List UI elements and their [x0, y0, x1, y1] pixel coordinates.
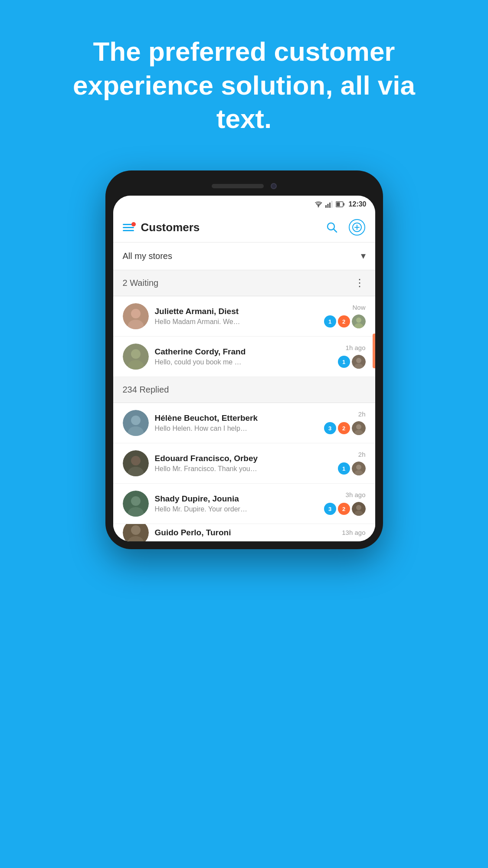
- svg-rect-1: [325, 205, 327, 208]
- conversation-time: 2h: [358, 451, 366, 458]
- svg-rect-3: [329, 203, 331, 208]
- conversation-meta: 3h ago 3 2: [324, 491, 366, 516]
- avatar: [123, 410, 149, 436]
- conversation-name: Edouard Francisco, Orbey: [155, 454, 334, 463]
- svg-point-35: [356, 465, 361, 470]
- replied-title: 234 Replied: [123, 385, 366, 395]
- agent-avatar: [352, 355, 366, 369]
- phone-wrapper: 12:30 Customers: [0, 162, 488, 549]
- unread-badge-orange: 2: [338, 422, 350, 434]
- conversation-meta: 2h 1: [338, 451, 366, 475]
- unread-badge-blue: 1: [338, 462, 350, 475]
- menu-line-2: [123, 227, 134, 228]
- conversation-content: Hélène Beuchot, Etterberk Hello Helen. H…: [155, 413, 320, 432]
- phone-screen: 12:30 Customers: [113, 196, 375, 541]
- conversation-content: Juliette Armani, Diest Hello Madam Arman…: [155, 307, 320, 326]
- conversation-content: Guido Perlo, Turoni: [155, 528, 338, 537]
- speaker-grill: [212, 184, 264, 188]
- conversation-item[interactable]: Hélène Beuchot, Etterberk Hello Helen. H…: [113, 403, 375, 443]
- conversation-time: 2h: [358, 410, 366, 418]
- conversation-preview: Hello Madam Armani. We…: [155, 318, 320, 326]
- menu-button[interactable]: [123, 224, 134, 231]
- avatar: [123, 524, 149, 541]
- svg-point-0: [318, 206, 319, 207]
- svg-point-20: [131, 349, 141, 359]
- menu-line-3: [123, 230, 134, 231]
- agent-avatar: [352, 314, 366, 328]
- agent-avatar: [352, 462, 366, 475]
- store-filter[interactable]: All my stores ▾: [113, 242, 375, 270]
- waiting-section-header: 2 Waiting ⋮: [113, 270, 375, 296]
- waiting-title: 2 Waiting: [123, 278, 354, 288]
- conversation-item[interactable]: Guido Perlo, Turoni 13h ago: [113, 524, 375, 541]
- conversation-preview: Hello Mr. Francisco. Thank you…: [155, 465, 334, 473]
- avatar: [123, 450, 149, 476]
- svg-point-17: [356, 318, 361, 323]
- svg-point-44: [131, 525, 141, 535]
- svg-rect-4: [331, 201, 332, 208]
- conversation-name: Hélène Beuchot, Etterberk: [155, 413, 320, 423]
- waiting-conversations: Juliette Armani, Diest Hello Madam Arman…: [113, 296, 375, 377]
- filter-label: All my stores: [123, 251, 361, 261]
- app-header: Customers: [113, 213, 375, 242]
- hero-text: The preferred customer experience soluti…: [0, 0, 488, 162]
- conversation-item[interactable]: Edouard Francisco, Orbey Hello Mr. Franc…: [113, 443, 375, 484]
- conversation-time: 1h ago: [346, 344, 366, 351]
- svg-rect-2: [327, 204, 328, 208]
- phone-device: 12:30 Customers: [105, 170, 383, 549]
- app-title: Customers: [141, 221, 323, 234]
- unread-badge-blue: 1: [338, 356, 350, 368]
- replied-conversations: Hélène Beuchot, Etterberk Hello Helen. H…: [113, 403, 375, 541]
- compose-icon: [349, 219, 365, 236]
- conversation-content: Shady Dupire, Jounia Hello Mr. Dupire. Y…: [155, 494, 320, 513]
- svg-rect-7: [336, 202, 340, 206]
- search-icon: [326, 221, 338, 233]
- svg-point-23: [356, 358, 361, 363]
- battery-icon: [336, 201, 344, 207]
- conversation-badges: 1 2: [324, 314, 366, 328]
- conversation-item[interactable]: Juliette Armani, Diest Hello Madam Arman…: [113, 296, 375, 337]
- status-time: 12:30: [349, 200, 367, 208]
- unread-badge-orange: 2: [338, 315, 350, 328]
- svg-point-32: [131, 456, 141, 465]
- conversation-badges: 3 2: [324, 502, 366, 516]
- conversation-name: Guido Perlo, Turoni: [155, 528, 338, 537]
- replied-section-header: 234 Replied: [113, 377, 375, 403]
- conversation-item[interactable]: Shady Dupire, Jounia Hello Mr. Dupire. Y…: [113, 484, 375, 524]
- svg-rect-6: [343, 203, 344, 206]
- unread-badge-blue: 3: [324, 422, 336, 434]
- conversation-meta: Now 1 2: [324, 304, 366, 328]
- svg-point-29: [356, 424, 361, 429]
- status-icons: 12:30: [314, 200, 367, 208]
- conversation-preview: Hello, could you book me …: [155, 358, 334, 366]
- svg-point-41: [356, 505, 361, 510]
- svg-point-38: [131, 496, 141, 506]
- signal-icon: [325, 201, 333, 208]
- svg-point-26: [131, 416, 141, 425]
- conversation-content: Edouard Francisco, Orbey Hello Mr. Franc…: [155, 454, 334, 473]
- conversation-time: 13h ago: [342, 529, 365, 536]
- menu-notification-dot: [131, 222, 136, 226]
- conversation-name: Shady Dupire, Jounia: [155, 494, 320, 504]
- conversation-time: 3h ago: [346, 491, 366, 498]
- conversation-preview: Hello Helen. How can I help…: [155, 425, 320, 432]
- avatar: [123, 344, 149, 370]
- conversation-badges: 1: [338, 355, 366, 369]
- conversation-time: Now: [352, 304, 365, 311]
- conversation-badges: 3 2: [324, 421, 366, 435]
- agent-avatar: [352, 421, 366, 435]
- svg-point-14: [131, 309, 141, 318]
- phone-notch: [113, 178, 375, 194]
- waiting-more-button[interactable]: ⋮: [354, 277, 366, 289]
- conversation-item[interactable]: Catherine Cordy, Frand Hello, could you …: [113, 337, 375, 377]
- conversation-preview: Hello Mr. Dupire. Your order…: [155, 505, 320, 513]
- svg-line-9: [334, 229, 337, 232]
- conversation-name: Juliette Armani, Diest: [155, 307, 320, 316]
- compose-icon-svg: [352, 223, 362, 232]
- header-icons: [323, 219, 366, 236]
- chevron-down-icon: ▾: [361, 250, 366, 262]
- search-button[interactable]: [323, 219, 341, 236]
- status-bar: 12:30: [113, 196, 375, 213]
- compose-button[interactable]: [348, 219, 366, 236]
- conversation-name: Catherine Cordy, Frand: [155, 347, 334, 357]
